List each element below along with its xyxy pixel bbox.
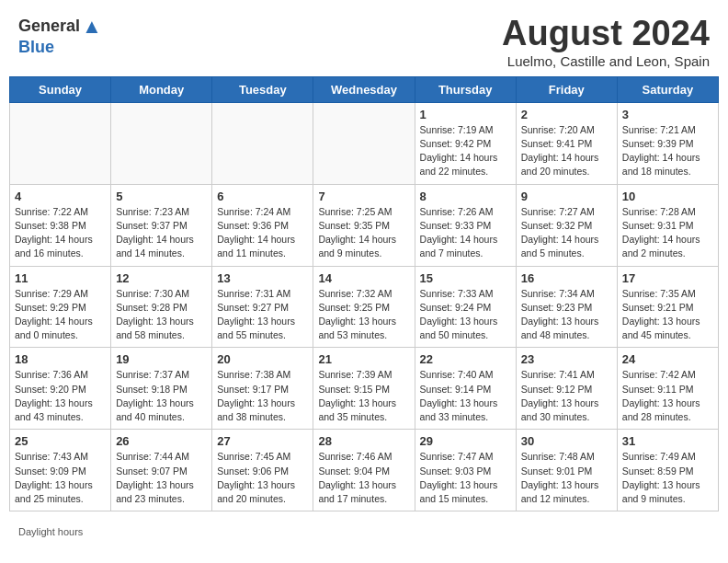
- calendar-cell: 31Sunrise: 7:49 AMSunset: 8:59 PMDayligh…: [617, 430, 718, 511]
- calendar-cell: 19Sunrise: 7:37 AMSunset: 9:18 PMDayligh…: [111, 348, 212, 430]
- cell-info: Sunrise: 7:45 AMSunset: 9:06 PMDaylight:…: [217, 450, 308, 506]
- calendar-cell: 4Sunrise: 7:22 AMSunset: 9:38 PMDaylight…: [10, 184, 111, 266]
- title-block: August 2024 Luelmo, Castille and Leon, S…: [502, 15, 710, 69]
- calendar-cell: 23Sunrise: 7:41 AMSunset: 9:12 PMDayligh…: [516, 348, 617, 430]
- day-header-wednesday: Wednesday: [313, 76, 415, 102]
- day-number: 22: [420, 352, 511, 366]
- cell-info: Sunrise: 7:21 AMSunset: 9:39 PMDaylight:…: [622, 123, 713, 179]
- day-number: 23: [521, 352, 612, 366]
- calendar-cell: 1Sunrise: 7:19 AMSunset: 9:42 PMDaylight…: [415, 102, 516, 184]
- cell-info: Sunrise: 7:42 AMSunset: 9:11 PMDaylight:…: [622, 368, 713, 424]
- cell-info: Sunrise: 7:19 AMSunset: 9:42 PMDaylight:…: [420, 123, 511, 179]
- day-header-saturday: Saturday: [617, 76, 718, 102]
- cell-info: Sunrise: 7:37 AMSunset: 9:18 PMDaylight:…: [116, 368, 207, 424]
- main-title: August 2024: [502, 15, 710, 53]
- day-number: 16: [521, 271, 612, 285]
- day-number: 2: [521, 108, 612, 121]
- cell-info: Sunrise: 7:25 AMSunset: 9:35 PMDaylight:…: [318, 205, 409, 261]
- calendar-cell: 13Sunrise: 7:31 AMSunset: 9:27 PMDayligh…: [212, 266, 313, 348]
- calendar-cell: 12Sunrise: 7:30 AMSunset: 9:28 PMDayligh…: [111, 266, 212, 348]
- day-number: 17: [622, 271, 713, 285]
- calendar-cell: 10Sunrise: 7:28 AMSunset: 9:31 PMDayligh…: [617, 184, 718, 266]
- calendar-cell: 8Sunrise: 7:26 AMSunset: 9:33 PMDaylight…: [415, 184, 516, 266]
- calendar-cell: 21Sunrise: 7:39 AMSunset: 9:15 PMDayligh…: [313, 348, 415, 430]
- day-header-thursday: Thursday: [415, 76, 516, 102]
- day-number: 11: [15, 271, 106, 285]
- day-number: 20: [217, 352, 308, 366]
- calendar-cell: 15Sunrise: 7:33 AMSunset: 9:24 PMDayligh…: [415, 266, 516, 348]
- day-number: 5: [116, 190, 207, 203]
- day-number: 28: [318, 434, 409, 448]
- cell-info: Sunrise: 7:31 AMSunset: 9:27 PMDaylight:…: [217, 287, 308, 343]
- cell-info: Sunrise: 7:43 AMSunset: 9:09 PMDaylight:…: [15, 450, 106, 506]
- day-number: 14: [318, 271, 409, 285]
- cell-info: Sunrise: 7:35 AMSunset: 9:21 PMDaylight:…: [622, 287, 713, 343]
- day-number: 21: [318, 352, 409, 366]
- day-number: 6: [217, 190, 308, 203]
- cell-info: Sunrise: 7:20 AMSunset: 9:41 PMDaylight:…: [521, 123, 612, 179]
- calendar-cell: [10, 102, 111, 184]
- cell-info: Sunrise: 7:46 AMSunset: 9:04 PMDaylight:…: [318, 450, 409, 506]
- day-number: 3: [622, 108, 713, 121]
- calendar-cell: 11Sunrise: 7:29 AMSunset: 9:29 PMDayligh…: [10, 266, 111, 348]
- calendar-cell: [212, 102, 313, 184]
- cell-info: Sunrise: 7:36 AMSunset: 9:20 PMDaylight:…: [15, 368, 106, 424]
- day-header-sunday: Sunday: [10, 76, 111, 102]
- calendar-cell: 24Sunrise: 7:42 AMSunset: 9:11 PMDayligh…: [617, 348, 718, 430]
- day-number: 27: [217, 434, 308, 448]
- calendar-week-2: 4Sunrise: 7:22 AMSunset: 9:38 PMDaylight…: [10, 184, 719, 266]
- day-number: 19: [116, 352, 207, 366]
- calendar-cell: 3Sunrise: 7:21 AMSunset: 9:39 PMDaylight…: [617, 102, 718, 184]
- cell-info: Sunrise: 7:33 AMSunset: 9:24 PMDaylight:…: [420, 287, 511, 343]
- calendar-cell: 29Sunrise: 7:47 AMSunset: 9:03 PMDayligh…: [415, 430, 516, 511]
- subtitle: Luelmo, Castille and Leon, Spain: [502, 53, 710, 69]
- calendar-cell: 30Sunrise: 7:48 AMSunset: 9:01 PMDayligh…: [516, 430, 617, 511]
- calendar-cell: 27Sunrise: 7:45 AMSunset: 9:06 PMDayligh…: [212, 430, 313, 511]
- day-number: 12: [116, 271, 207, 285]
- day-number: 25: [15, 434, 106, 448]
- calendar-week-4: 18Sunrise: 7:36 AMSunset: 9:20 PMDayligh…: [10, 348, 719, 430]
- day-header-monday: Monday: [111, 76, 212, 102]
- logo: General ▲ Blue: [18, 15, 102, 57]
- calendar-week-5: 25Sunrise: 7:43 AMSunset: 9:09 PMDayligh…: [10, 430, 719, 511]
- calendar-cell: [111, 102, 212, 184]
- day-number: 31: [622, 434, 713, 448]
- cell-info: Sunrise: 7:39 AMSunset: 9:15 PMDaylight:…: [318, 368, 409, 424]
- calendar-cell: 28Sunrise: 7:46 AMSunset: 9:04 PMDayligh…: [313, 430, 415, 511]
- calendar-week-3: 11Sunrise: 7:29 AMSunset: 9:29 PMDayligh…: [10, 266, 719, 348]
- day-number: 24: [622, 352, 713, 366]
- cell-info: Sunrise: 7:41 AMSunset: 9:12 PMDaylight:…: [521, 368, 612, 424]
- day-number: 26: [116, 434, 207, 448]
- cell-info: Sunrise: 7:47 AMSunset: 9:03 PMDaylight:…: [420, 450, 511, 506]
- calendar-cell: 5Sunrise: 7:23 AMSunset: 9:37 PMDaylight…: [111, 184, 212, 266]
- calendar-cell: 9Sunrise: 7:27 AMSunset: 9:32 PMDaylight…: [516, 184, 617, 266]
- cell-info: Sunrise: 7:49 AMSunset: 8:59 PMDaylight:…: [622, 450, 713, 506]
- logo-blue: Blue: [18, 38, 54, 56]
- calendar-cell: 2Sunrise: 7:20 AMSunset: 9:41 PMDaylight…: [516, 102, 617, 184]
- calendar-table: SundayMondayTuesdayWednesdayThursdayFrid…: [9, 76, 719, 511]
- cell-info: Sunrise: 7:23 AMSunset: 9:37 PMDaylight:…: [116, 205, 207, 261]
- calendar-cell: 20Sunrise: 7:38 AMSunset: 9:17 PMDayligh…: [212, 348, 313, 430]
- day-number: 9: [521, 190, 612, 203]
- day-header-tuesday: Tuesday: [212, 76, 313, 102]
- cell-info: Sunrise: 7:32 AMSunset: 9:25 PMDaylight:…: [318, 287, 409, 343]
- cell-info: Sunrise: 7:44 AMSunset: 9:07 PMDaylight:…: [116, 450, 207, 506]
- day-number: 18: [15, 352, 106, 366]
- cell-info: Sunrise: 7:29 AMSunset: 9:29 PMDaylight:…: [15, 287, 106, 343]
- logo-bird-icon: ▲: [82, 15, 102, 39]
- calendar-cell: 6Sunrise: 7:24 AMSunset: 9:36 PMDaylight…: [212, 184, 313, 266]
- cell-info: Sunrise: 7:24 AMSunset: 9:36 PMDaylight:…: [217, 205, 308, 261]
- calendar-cell: 22Sunrise: 7:40 AMSunset: 9:14 PMDayligh…: [415, 348, 516, 430]
- day-header-friday: Friday: [516, 76, 617, 102]
- day-number: 30: [521, 434, 612, 448]
- calendar-cell: 18Sunrise: 7:36 AMSunset: 9:20 PMDayligh…: [10, 348, 111, 430]
- page-header: General ▲ Blue August 2024 Luelmo, Casti…: [0, 0, 728, 76]
- cell-info: Sunrise: 7:30 AMSunset: 9:28 PMDaylight:…: [116, 287, 207, 343]
- calendar-cell: 16Sunrise: 7:34 AMSunset: 9:23 PMDayligh…: [516, 266, 617, 348]
- calendar-cell: 14Sunrise: 7:32 AMSunset: 9:25 PMDayligh…: [313, 266, 415, 348]
- day-number: 8: [420, 190, 511, 203]
- calendar-cell: [313, 102, 415, 184]
- cell-info: Sunrise: 7:28 AMSunset: 9:31 PMDaylight:…: [622, 205, 713, 261]
- cell-info: Sunrise: 7:40 AMSunset: 9:14 PMDaylight:…: [420, 368, 511, 424]
- day-number: 1: [420, 108, 511, 121]
